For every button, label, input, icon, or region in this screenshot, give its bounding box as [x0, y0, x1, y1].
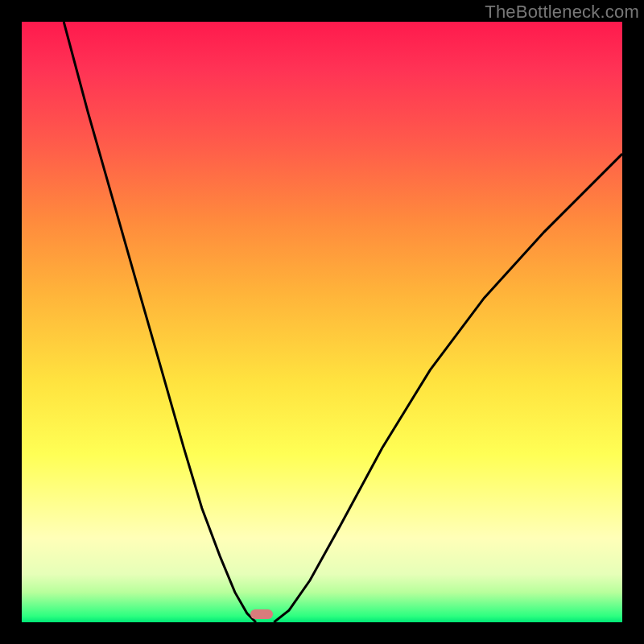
- chart-frame: TheBottleneck.com: [0, 0, 644, 644]
- curve-left: [64, 22, 256, 622]
- minimum-marker: [250, 609, 273, 619]
- bottleneck-curve: [22, 22, 622, 622]
- curve-right: [274, 154, 622, 622]
- plot-area: [22, 22, 622, 622]
- watermark-text: TheBottleneck.com: [485, 2, 639, 23]
